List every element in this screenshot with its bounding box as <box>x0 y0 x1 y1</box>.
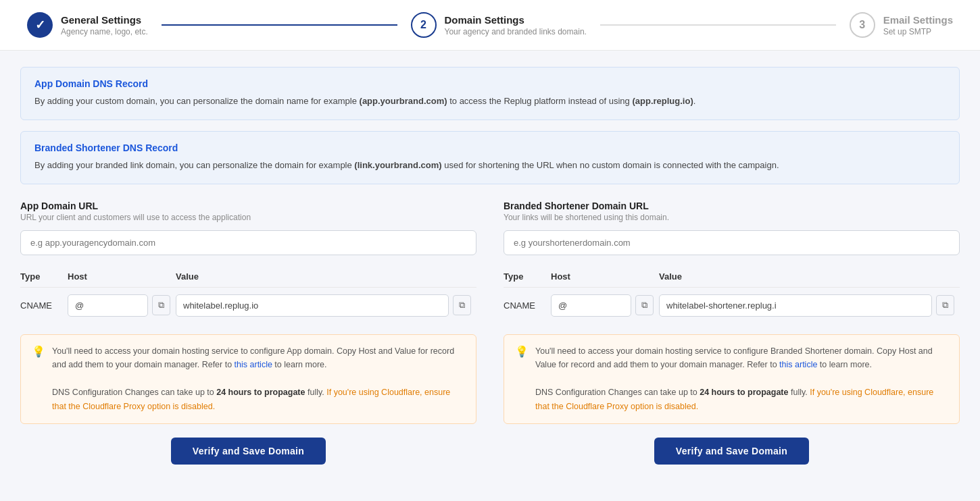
copy-icon: ⧉ <box>158 300 164 311</box>
branded-warn-text4: fully. <box>788 388 810 397</box>
branded-warning-p2: DNS Configuration Changes can take up to… <box>535 386 948 413</box>
branded-shortener-column: Branded Shortener Domain URL Your links … <box>504 201 960 465</box>
step-1-info: General Settings Agency name, logo, etc. <box>61 14 148 36</box>
app-type-header: Type <box>20 267 68 288</box>
branded-shortener-info-box: Branded Shortener DNS Record By adding y… <box>20 131 960 184</box>
copy-icon-2: ⧉ <box>459 300 465 311</box>
app-domain-highlight2: (app.replug.io) <box>632 96 693 106</box>
step-2-title: Domain Settings <box>445 14 587 26</box>
app-dns-row: CNAME ⧉ <box>20 287 476 323</box>
app-domain-info-title: App Domain DNS Record <box>34 78 946 89</box>
step-general-settings: ✓ General Settings Agency name, logo, et… <box>27 12 148 38</box>
branded-verify-save-button[interactable]: Verify and Save Domain <box>654 438 809 465</box>
app-domain-sublabel: URL your client and customers will use t… <box>20 213 476 222</box>
app-domain-input[interactable] <box>20 230 476 255</box>
app-domain-highlight1: (app.yourbrand.com) <box>360 96 447 106</box>
connector-2 <box>600 24 836 26</box>
app-host-cell: ⧉ <box>68 287 176 323</box>
branded-warn-text2: to learn more. <box>817 360 872 369</box>
app-warn-text2: to learn more. <box>272 360 327 369</box>
app-domain-text-before: By adding your custom domain, you can pe… <box>34 96 360 106</box>
app-host-header: Host <box>68 267 176 288</box>
stepper: ✓ General Settings Agency name, logo, et… <box>0 0 980 51</box>
app-verify-save-button[interactable]: Verify and Save Domain <box>171 438 326 465</box>
main-content: App Domain DNS Record By adding your cus… <box>0 51 980 481</box>
branded-domain-input[interactable] <box>504 230 960 255</box>
app-host-copy-button[interactable]: ⧉ <box>152 295 170 315</box>
branded-text-before: By adding your branded link domain, you … <box>34 160 354 170</box>
branded-host-cell: ⧉ <box>551 287 659 323</box>
step-domain-settings: 2 Domain Settings Your agency and brande… <box>411 12 587 38</box>
step-email-settings: 3 Email Settings Set up SMTP <box>850 12 953 38</box>
branded-cname-input[interactable] <box>659 294 932 317</box>
app-record-type: CNAME <box>20 287 68 323</box>
branded-highlight1: (link.yourbrand.com) <box>354 160 441 170</box>
step-3-info: Email Settings Set up SMTP <box>883 14 953 36</box>
app-warn-link[interactable]: this article <box>235 360 272 369</box>
branded-host-field-wrapper: ⧉ <box>551 294 654 317</box>
branded-domain-label: Branded Shortener Domain URL <box>504 201 960 211</box>
copy-icon-3: ⧉ <box>641 300 647 311</box>
step-1-title: General Settings <box>61 14 148 26</box>
app-warning-p2: DNS Configuration Changes can take up to… <box>52 386 465 413</box>
app-warning-text: You'll need to access your domain hostin… <box>52 344 465 414</box>
step-3-title: Email Settings <box>883 14 953 26</box>
branded-shortener-info-title: Branded Shortener DNS Record <box>34 142 946 153</box>
step-2-circle: 2 <box>411 12 437 38</box>
app-domain-info-text: By adding your custom domain, you can pe… <box>34 95 946 109</box>
branded-domain-sublabel: Your links will be shortened using this … <box>504 213 960 222</box>
app-domain-text-middle: to access the Replug platform instead of… <box>447 96 633 106</box>
app-dns-table: Type Host Value CNAME ⧉ <box>20 267 476 323</box>
branded-dns-row: CNAME ⧉ <box>504 287 960 323</box>
app-value-cell: ⧉ <box>176 287 476 323</box>
app-domain-column: App Domain URL URL your client and custo… <box>20 201 476 465</box>
branded-record-type: CNAME <box>504 287 551 323</box>
branded-value-header: Value <box>659 267 960 288</box>
branded-text-middle: used for shortening the URL when no cust… <box>442 160 779 170</box>
branded-shortener-info-text: By adding your branded link domain, you … <box>34 159 946 173</box>
connector-1 <box>162 24 397 26</box>
branded-warning-box: 💡 You'll need to access your domain host… <box>504 334 960 424</box>
branded-host-header: Host <box>551 267 659 288</box>
branded-warn-bold: 24 hours to propagate <box>700 388 788 397</box>
branded-type-header: Type <box>504 267 551 288</box>
app-value-copy-button[interactable]: ⧉ <box>453 295 471 315</box>
app-domain-info-box: App Domain DNS Record By adding your cus… <box>20 67 960 120</box>
step-1-circle: ✓ <box>27 12 53 38</box>
branded-value-cell: ⧉ <box>659 287 960 323</box>
branded-warning-p1: You'll need to access your domain hostin… <box>535 344 948 372</box>
step-3-number: 3 <box>859 19 865 31</box>
step-2-subtitle: Your agency and branded links domain. <box>445 27 587 36</box>
branded-warning-icon: 💡 <box>515 345 529 358</box>
checkmark-icon: ✓ <box>35 18 45 32</box>
app-domain-text-after: . <box>693 96 696 106</box>
step-2-info: Domain Settings Your agency and branded … <box>445 14 587 36</box>
branded-dns-table: Type Host Value CNAME ⧉ <box>504 267 960 323</box>
step-3-subtitle: Set up SMTP <box>883 27 953 36</box>
app-domain-label: App Domain URL <box>20 201 476 211</box>
app-value-header: Value <box>176 267 476 288</box>
app-value-field-wrapper: ⧉ <box>176 294 471 317</box>
domain-form-columns: App Domain URL URL your client and custo… <box>20 201 960 465</box>
app-warn-text4: fully. <box>305 388 326 397</box>
branded-value-field-wrapper: ⧉ <box>659 294 954 317</box>
app-host-input[interactable] <box>68 294 148 317</box>
branded-warn-text3: DNS Configuration Changes can take up to <box>535 388 700 397</box>
app-warning-box: 💡 You'll need to access your domain host… <box>20 334 476 424</box>
step-3-circle: 3 <box>850 12 875 38</box>
app-host-field-wrapper: ⧉ <box>68 294 170 317</box>
branded-warn-link[interactable]: this article <box>779 360 817 369</box>
app-warning-p1: You'll need to access your domain hostin… <box>52 344 465 372</box>
app-warning-icon: 💡 <box>32 345 45 358</box>
app-cname-input[interactable] <box>176 294 449 317</box>
branded-warning-text: You'll need to access your domain hostin… <box>535 344 948 414</box>
branded-warn-text1: You'll need to access your domain hostin… <box>535 346 933 370</box>
app-warn-bold: 24 hours to propagate <box>216 388 305 397</box>
step-1-subtitle: Agency name, logo, etc. <box>61 27 148 36</box>
step-2-number: 2 <box>420 19 426 31</box>
branded-host-input[interactable] <box>551 294 631 317</box>
branded-host-copy-button[interactable]: ⧉ <box>635 295 654 315</box>
copy-icon-4: ⧉ <box>942 300 948 311</box>
app-warn-text3: DNS Configuration Changes can take up to <box>52 388 216 397</box>
branded-value-copy-button[interactable]: ⧉ <box>936 295 954 315</box>
